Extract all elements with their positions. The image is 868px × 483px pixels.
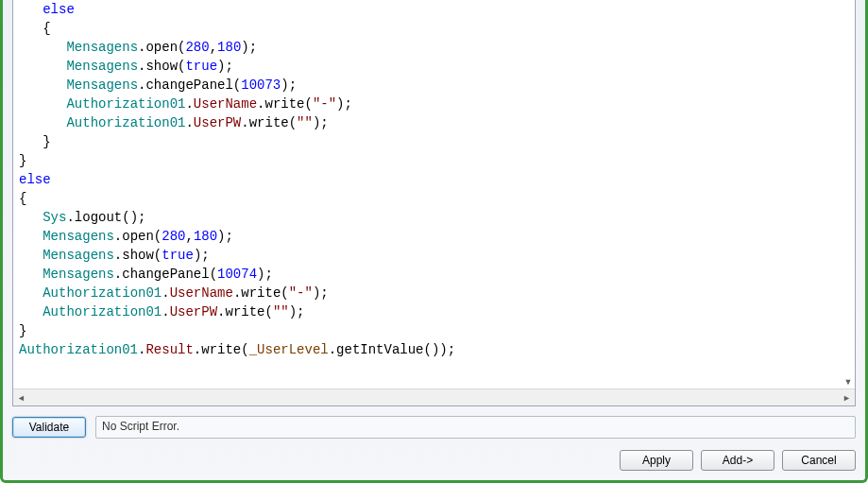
string: "" (273, 304, 289, 319)
brace-open: { (43, 21, 50, 36)
keyword-true: true (185, 59, 217, 74)
punct: .changePanel( (114, 267, 217, 282)
punct: .open( (138, 40, 185, 55)
keyword-true: true (162, 248, 194, 263)
punct: ); (194, 248, 210, 263)
ident: Mensagens (43, 229, 114, 244)
code-editor-container: else { Mensagens.open(280,180); Mensagen… (12, 0, 856, 406)
scroll-left-icon[interactable]: ◄ (13, 389, 29, 405)
punct: ); (289, 304, 305, 319)
punct: .show( (114, 248, 162, 263)
brace-close: } (19, 323, 26, 338)
member: Result (145, 342, 193, 357)
punct: .logout(); (66, 210, 145, 225)
validate-button[interactable]: Validate (12, 417, 86, 438)
brace-close: } (19, 153, 26, 168)
ident: Mensagens (66, 59, 138, 74)
number: 280 (162, 229, 185, 244)
ident: Sys (43, 210, 66, 225)
number: 10073 (241, 78, 281, 93)
member: UserPW (194, 115, 241, 130)
punct: . (162, 304, 169, 319)
horizontal-scrollbar[interactable]: ◄ ► (13, 388, 855, 405)
string: "" (297, 115, 313, 130)
keyword-else: else (19, 172, 51, 187)
punct: .changePanel( (138, 78, 241, 93)
member: UserPW (170, 304, 217, 319)
punct: ); (313, 285, 329, 301)
cancel-button[interactable]: Cancel (782, 450, 856, 471)
punct: ); (313, 115, 329, 130)
punct: , (185, 229, 193, 244)
punct: . (185, 115, 193, 130)
ident: Authorization01 (43, 304, 162, 319)
string: "-" (289, 285, 313, 301)
punct: ); (241, 40, 257, 55)
punct: . (162, 285, 169, 301)
ident: Mensagens (66, 40, 138, 55)
punct: .show( (138, 59, 185, 74)
ident: Mensagens (43, 267, 114, 282)
ident: Authorization01 (19, 342, 138, 357)
punct: ); (336, 96, 352, 112)
ident: Mensagens (43, 248, 114, 263)
number: 180 (217, 40, 241, 55)
apply-button[interactable]: Apply (620, 450, 693, 471)
member: UserName (194, 96, 257, 112)
add-button[interactable]: Add-> (701, 450, 774, 471)
dialog-window: else { Mensagens.open(280,180); Mensagen… (0, 0, 868, 483)
punct: .getIntValue()); (329, 342, 455, 357)
punct: ); (217, 59, 233, 74)
punct: ); (281, 78, 297, 93)
variable: _UserLevel (249, 342, 329, 357)
ident: Mensagens (66, 78, 138, 93)
ident: Authorization01 (66, 115, 185, 130)
punct: .write( (217, 304, 273, 319)
string: "-" (313, 96, 336, 112)
number: 10074 (217, 267, 257, 282)
punct: .open( (114, 229, 162, 244)
punct: .write( (241, 115, 297, 130)
code-editor[interactable]: else { Mensagens.open(280,180); Mensagen… (13, 0, 855, 388)
status-message: No Script Error. (95, 416, 856, 439)
punct: , (210, 40, 217, 55)
number: 280 (185, 40, 209, 55)
scroll-down-icon[interactable]: ▼ (843, 377, 853, 387)
number: 180 (194, 229, 217, 244)
punct: ); (217, 229, 233, 244)
punct: . (185, 96, 193, 112)
ident: Authorization01 (43, 285, 162, 301)
keyword-else: else (43, 2, 75, 17)
scroll-right-icon[interactable]: ► (839, 389, 855, 405)
ident: Authorization01 (66, 96, 185, 112)
punct: .write( (194, 342, 249, 357)
punct: ); (257, 267, 273, 282)
member: UserName (170, 285, 233, 301)
dialog-button-row: Apply Add-> Cancel (12, 450, 856, 471)
punct: .write( (233, 285, 289, 301)
brace-close: } (43, 134, 50, 149)
brace-open: { (19, 191, 26, 206)
validate-row: Validate No Script Error. (12, 416, 856, 439)
punct: .write( (257, 96, 313, 112)
